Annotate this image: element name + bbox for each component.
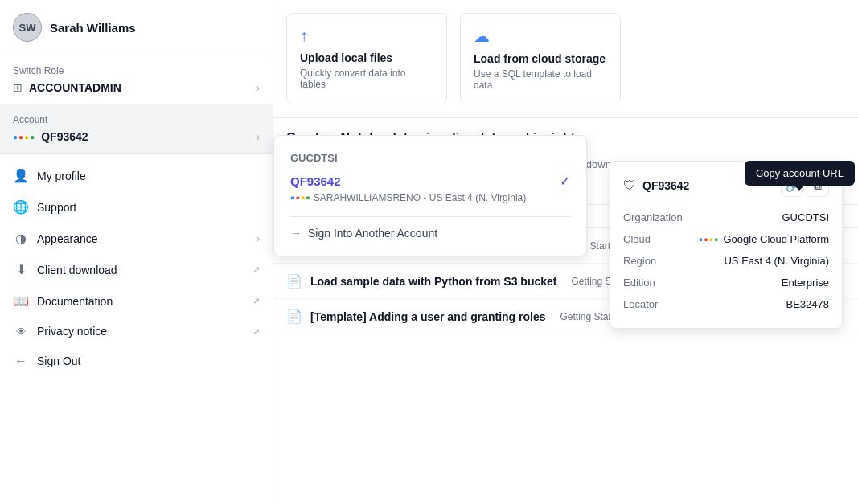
external-link-icon-docs: ↗	[252, 296, 260, 306]
sidebar-header: SW Sarah Williams	[0, 0, 273, 55]
role-icon: ⊞	[13, 81, 23, 94]
menu-label-documentation: Documentation	[37, 295, 113, 308]
sidebar-item-my-profile[interactable]: 👤 My profile	[0, 160, 273, 191]
sidebar-item-support[interactable]: 🌐 Support	[0, 191, 273, 223]
switch-role-label: Switch Role	[13, 65, 260, 76]
sidebar-item-privacy-notice[interactable]: 👁 Privacy notice ↗	[0, 317, 273, 346]
row-file-icon: 📄	[286, 309, 302, 324]
locator-value: BE32478	[786, 298, 830, 310]
org-label: Organization	[623, 211, 683, 223]
menu-label-sign-out: Sign Out	[37, 354, 80, 367]
external-link-icon: ↗	[252, 264, 260, 275]
details-shield-icon: 🛡	[623, 178, 636, 193]
upload-card[interactable]: ↑ Upload local files Quickly convert dat…	[286, 13, 447, 104]
region-label: Region	[623, 255, 656, 267]
menu-label-support: Support	[37, 201, 76, 214]
account-details-card: 🛡 QF93642 🔗 ⧉ Organization GUCDTSI Cloud…	[610, 161, 843, 329]
edition-value: Enterprise	[782, 277, 829, 289]
row-title: [Template] Adding a user and granting ro…	[310, 310, 545, 323]
popup-sign-in-label: Sign Into Another Account	[308, 227, 437, 240]
account-chevron-icon: ›	[256, 130, 260, 143]
sidebar-item-documentation[interactable]: 📖 Documentation ↗	[0, 285, 273, 317]
profile-icon: 👤	[13, 168, 29, 183]
region-value: US East 4 (N. Virginia)	[724, 255, 829, 267]
download-icon: ⬇	[13, 262, 29, 277]
external-link-icon-privacy: ↗	[252, 326, 260, 337]
popup-cloud-icon: ●●●●	[290, 194, 310, 202]
popup-account-row: QF93642 ✓	[290, 174, 570, 189]
top-cards: ↑ Upload local files Quickly convert dat…	[273, 0, 858, 117]
support-icon: 🌐	[13, 199, 29, 215]
row-file-icon: 📄	[286, 273, 302, 289]
cloud-card[interactable]: ☁ Load from cloud storage Use a SQL temp…	[460, 13, 621, 104]
cloud-icon: ☁	[474, 27, 607, 46]
locator-label: Locator	[623, 298, 658, 310]
cloud-label: Cloud	[623, 233, 651, 245]
popup-divider	[290, 216, 570, 217]
account-popup: GUCDTSI QF93642 ✓ ●●●● SARAHWILLIAMSRENO…	[273, 135, 587, 256]
cloud-card-desc: Use a SQL template to load data	[474, 68, 607, 91]
switch-role-section: Switch Role ⊞ ACCOUNTADMIN ›	[0, 55, 273, 104]
popup-account-check-icon: ✓	[560, 174, 570, 189]
avatar: SW	[13, 13, 42, 42]
popup-account-name[interactable]: QF93642	[290, 174, 341, 188]
role-name: ACCOUNTADMIN	[29, 81, 121, 94]
row-title: Load sample data with Python from S3 buc…	[310, 275, 557, 288]
menu-items: 👤 My profile 🌐 Support ◑ Appearance › ⬇ …	[0, 154, 273, 383]
account-name: QF93642	[41, 130, 88, 143]
upload-card-title: Upload local files	[300, 51, 433, 64]
popup-org-name: GUCDTSI	[290, 152, 570, 164]
details-row-edition: Edition Enterprise	[623, 272, 829, 293]
details-row-region: Region US East 4 (N. Virginia)	[623, 250, 829, 272]
org-value: GUCDTSI	[782, 211, 830, 223]
account-section[interactable]: Account ●●●● QF93642 ›	[0, 104, 273, 154]
popup-account-sub: ●●●● SARAHWILLIAMSRENO - US East 4 (N. V…	[290, 192, 570, 203]
details-row-cloud: Cloud ●●●● Google Cloud Platform	[623, 228, 829, 250]
cloud-card-title: Load from cloud storage	[474, 52, 607, 65]
appearance-chevron-icon: ›	[257, 233, 260, 244]
copy-url-tooltip: Copy account URL	[745, 161, 855, 186]
sidebar-username: Sarah Williams	[50, 21, 136, 35]
sign-out-icon: ←	[13, 354, 29, 368]
menu-label-privacy-notice: Privacy notice	[37, 325, 107, 338]
details-account-name: QF93642	[642, 179, 689, 192]
sidebar: SW Sarah Williams Switch Role ⊞ ACCOUNTA…	[0, 0, 273, 504]
menu-label-client-download: Client download	[37, 264, 117, 277]
privacy-icon: 👁	[13, 326, 29, 338]
upload-card-desc: Quickly convert data into tables	[300, 68, 433, 90]
appearance-icon: ◑	[13, 231, 29, 246]
sidebar-item-sign-out[interactable]: ← Sign Out	[0, 346, 273, 376]
docs-icon: 📖	[13, 293, 29, 309]
sidebar-item-appearance[interactable]: ◑ Appearance ›	[0, 223, 273, 254]
menu-label-appearance: Appearance	[37, 232, 98, 245]
account-label: Account	[13, 114, 260, 125]
sign-in-icon: →	[290, 227, 302, 240]
menu-label-my-profile: My profile	[37, 170, 86, 182]
sidebar-item-client-download[interactable]: ⬇ Client download ↗	[0, 254, 273, 285]
details-row-organization: Organization GUCDTSI	[623, 207, 829, 228]
copy-url-label: Copy account URL	[756, 167, 844, 179]
upload-icon: ↑	[300, 27, 433, 45]
popup-sign-in[interactable]: → Sign Into Another Account	[290, 227, 570, 240]
cloud-value: ●●●● Google Cloud Platform	[699, 233, 829, 245]
google-cloud-icon: ●●●●	[13, 133, 35, 141]
switch-role-row[interactable]: ⊞ ACCOUNTADMIN ›	[13, 81, 260, 94]
details-row-locator: Locator BE32478	[623, 293, 829, 315]
edition-label: Edition	[623, 277, 655, 289]
cloud-provider-icon: ●●●●	[699, 236, 719, 244]
switch-role-chevron-icon: ›	[256, 81, 260, 94]
